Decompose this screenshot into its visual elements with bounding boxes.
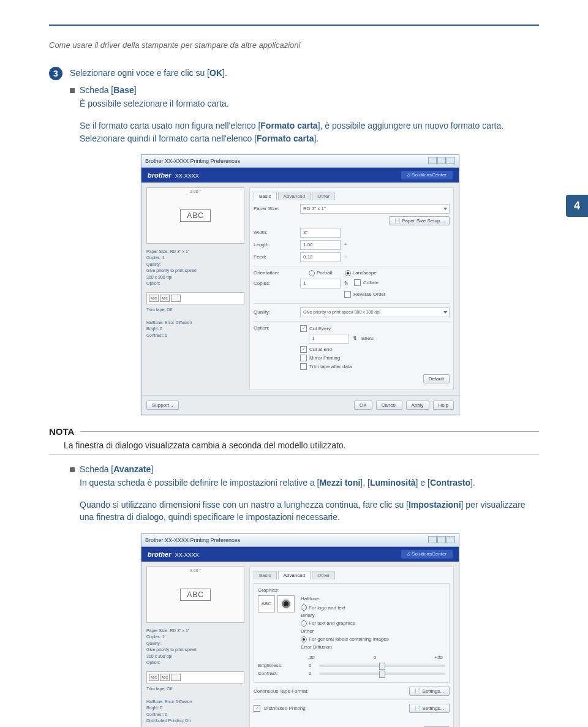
cont-settings-button[interactable]: 📄 Settings... [409, 687, 450, 696]
checkbox-mirror[interactable]: Mirror Printing [300, 355, 450, 361]
nota-body: La finestra di dialogo visualizzata camb… [64, 440, 539, 450]
checkbox-dist[interactable]: ✓ [254, 705, 260, 712]
portrait-label: Portrait [317, 270, 333, 276]
label-feed: Feed: [254, 254, 296, 260]
width-input[interactable]: 3" [300, 228, 341, 238]
preview-abc: ABC [180, 209, 211, 222]
radio-portrait[interactable]: Portrait [309, 270, 333, 276]
info-bright: Bright: 0 [146, 705, 244, 712]
left-preview-pane: 3.00 " ABC Paper Size: RD 3" x 1" Copies… [146, 187, 244, 390]
info-trim: Trim tape: Off [146, 307, 244, 314]
brand-right[interactable]: 𝓢 SolutionsCenter [401, 550, 453, 559]
feed-input[interactable]: 0.12 [300, 252, 341, 262]
quality-dropdown[interactable]: Give priority to print speed 300 x 300 d… [300, 307, 450, 317]
tab-advanced[interactable]: Advanced [278, 192, 311, 200]
span: Impostazioni [409, 500, 461, 510]
radio-ht1[interactable]: For logo and text Binary [301, 605, 445, 620]
base-title-b: Base [113, 85, 134, 95]
help-button[interactable]: Help [433, 401, 454, 410]
label-orientation: Orientation: [254, 270, 296, 276]
trim-label: Trim tape after data [309, 364, 352, 369]
tab-other[interactable]: Other [312, 571, 335, 579]
span: Scheda [ [80, 464, 113, 474]
tab-basic[interactable]: Basic [254, 571, 277, 579]
cut-every-value[interactable]: 1 [309, 334, 349, 344]
info-quality2: Give priority to print speed [146, 647, 244, 654]
info-dist: Distributed Printing: On [146, 718, 244, 725]
label-quality: Quality: [254, 309, 296, 315]
tab-advanced[interactable]: Advanced [278, 571, 311, 579]
plus20: +20 [432, 655, 445, 660]
step-text: Selezionare ogni voce e fare clic su [OK… [70, 67, 227, 78]
halftone-preview: ABC [258, 595, 295, 612]
span: ] e [ [416, 478, 430, 488]
step-ok: OK [209, 68, 222, 78]
dialog-basic: Brother XX-XXXX Printing Preferences bro… [141, 154, 459, 415]
ht1-label: For logo and text Binary [301, 605, 345, 619]
window-controls[interactable] [428, 536, 455, 544]
span: Formato carta [257, 134, 314, 143]
dialog-titlebar: Brother XX-XXXX Printing Preferences [141, 534, 459, 547]
ht-abc: ABC [258, 595, 275, 612]
brand-bar: brother XX-XXXX 𝓢 SolutionsCenter [141, 168, 459, 183]
window-controls[interactable] [428, 157, 455, 165]
cut-end-label: Cut at end [309, 347, 332, 352]
left-info2: Trim tape: Off Halftone: Error Diffusion… [146, 686, 244, 725]
info-dpi: 300 x 300 dpi [146, 274, 244, 281]
checkbox-cut-end[interactable]: ✓Cut at end [300, 346, 450, 353]
copies-input[interactable]: 1 [300, 279, 341, 288]
info-paper: Paper Size: RD 3" x 1" [146, 249, 244, 255]
contrast-slider[interactable]: Contrast:0 [258, 671, 445, 676]
length-input[interactable]: 1.00 [300, 240, 341, 250]
span: Avanzate [113, 464, 151, 474]
preview-size: 3.00 " [190, 189, 201, 194]
checkbox-reverse[interactable]: Reverse Order [344, 291, 385, 298]
info-quality: Quality: [146, 641, 244, 647]
support-button[interactable]: Support... [146, 401, 179, 410]
checkbox-collate[interactable]: Collate [354, 279, 379, 286]
info-option: Option: [146, 281, 244, 287]
span: Quando si utilizzano dimensioni fisse co… [80, 500, 409, 510]
ok-button[interactable]: OK [354, 401, 372, 410]
brand-bar: brother XX-XXXX 𝓢 SolutionsCenter [141, 547, 459, 562]
radio-landscape[interactable]: Landscape [345, 270, 377, 276]
span: Contrasto [430, 478, 470, 488]
apply-button[interactable]: Apply [406, 401, 429, 410]
radio-ht2[interactable]: For text and graphics Dither [301, 620, 445, 636]
base-title-a: Scheda [ [80, 85, 113, 95]
mirror-label: Mirror Printing [309, 355, 340, 361]
step-badge: 3 [49, 67, 62, 80]
radio-ht3[interactable]: For general labels containing images Err… [301, 636, 445, 652]
paper-size-dropdown[interactable]: RD 3" x 1" [300, 204, 450, 214]
info-contrast: Contrast: 0 [146, 712, 244, 718]
dist-settings-button[interactable]: 📄 Settings... [409, 704, 450, 713]
ht-img [277, 595, 295, 612]
brightness-slider[interactable]: Brightness:0 [258, 663, 445, 668]
default-button[interactable]: Default [423, 374, 450, 383]
base-line1: È possibile selezionare il formato carta… [80, 97, 539, 110]
model-label: XX-XXXX [175, 173, 199, 179]
brand-right-label: SolutionsCenter [412, 172, 447, 178]
info-dpi: 300 x 300 dpi [146, 654, 244, 660]
span: ], [ [360, 478, 370, 488]
span: Formato carta [260, 121, 317, 130]
tab-other[interactable]: Other [312, 192, 335, 200]
brand-right[interactable]: 𝓢 SolutionsCenter [401, 171, 453, 179]
tab-basic[interactable]: Basic [254, 192, 277, 200]
adv-line2: Quando si utilizzano dimensioni fisse co… [80, 499, 539, 524]
cancel-button[interactable]: Cancel [376, 401, 402, 410]
base-title-c: ] [134, 85, 137, 95]
bullet-icon [70, 88, 75, 93]
minus20: -20 [304, 655, 318, 660]
cut-every-label: Cut Every [309, 326, 331, 331]
info-contrast: Contrast: 0 [146, 333, 244, 339]
info-copies: Copies: 1 [146, 634, 244, 641]
dialog-title: Brother XX-XXXX Printing Preferences [145, 158, 240, 164]
base-line2: Se il formato carta usato non figura nel… [80, 119, 539, 145]
paper-setup-label: Paper Size Setup... [402, 218, 444, 224]
checkbox-cut-every[interactable]: ✓Cut Every [300, 325, 450, 332]
left-info: Paper Size: RD 3" x 1" Copies: 1 Quality… [146, 628, 244, 666]
paper-setup-button[interactable]: 📄 Paper Size Setup... [389, 216, 450, 225]
checkbox-trim[interactable]: Trim tape after data [300, 363, 450, 370]
label-width: Width: [254, 230, 296, 235]
